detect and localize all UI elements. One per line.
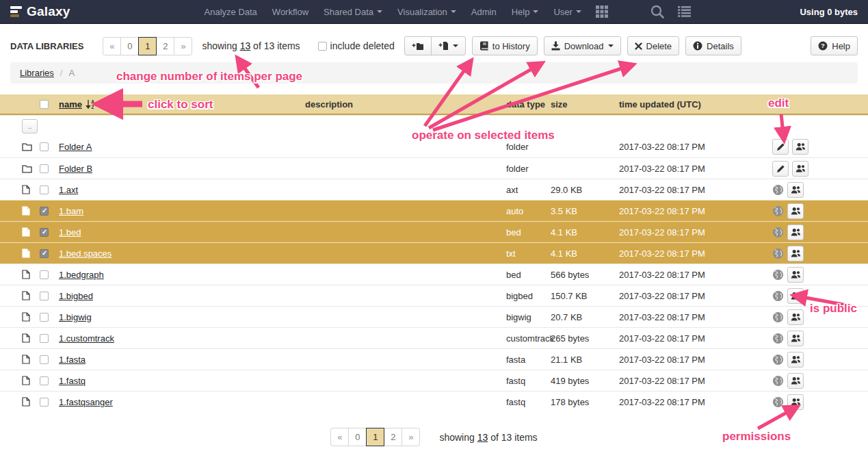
details-button[interactable]: Details [685,36,741,55]
size-cell: 20.7 KB [551,312,619,322]
svg-text:A: A [91,99,94,104]
edit-button[interactable] [772,161,789,177]
sort-alpha-down-icon: AZ [86,99,96,110]
page-next-button[interactable]: » [174,37,192,55]
help-button[interactable]: ? Help [811,36,858,55]
page-0-button[interactable]: 0 [348,428,367,446]
item-name-link[interactable]: 1.fastqsanger [59,397,113,407]
galaxy-logo-icon [10,6,22,17]
to-history-button[interactable]: to History [472,36,538,55]
permissions-button[interactable] [787,352,804,368]
permissions-button[interactable] [792,161,808,177]
folder-icon [22,142,32,151]
menu-workflow[interactable]: Workflow [265,0,316,24]
usage-indicator[interactable]: Using 0 bytes [800,7,858,17]
row-checkbox[interactable] [40,355,49,364]
up-one-level-button[interactable]: .. [22,119,38,133]
table-row: 1.bigwig bigwig 20.7 KB 2017-03-22 08:17… [0,306,868,327]
row-checkbox[interactable] [40,207,49,216]
include-deleted-toggle[interactable]: include deleted [318,40,395,51]
row-checkbox[interactable] [40,376,49,385]
scratchbook-list-icon[interactable] [671,5,698,18]
row-checkbox[interactable] [40,313,49,322]
page-2-button[interactable]: 2 [156,37,174,55]
size-cell: 419 bytes [551,376,619,386]
item-name-link[interactable]: 1.fasta [59,355,86,365]
item-name-link[interactable]: 1.bed [59,227,81,238]
page-prev-button[interactable]: « [330,428,349,446]
row-checkbox[interactable] [40,164,49,173]
page-2-button[interactable]: 2 [384,428,402,446]
showing-items-text: showing 13 of 13 items [202,40,300,51]
row-checkbox[interactable] [40,142,49,151]
permissions-button[interactable] [787,182,804,198]
breadcrumb-libraries-link[interactable]: Libraries [20,68,54,78]
users-group-icon [791,398,801,407]
menu-visualization[interactable]: Visualization [390,0,464,24]
permissions-button[interactable] [787,224,804,240]
row-checkbox[interactable] [40,249,49,258]
row-checkbox[interactable] [40,334,49,343]
grid-menu-icon[interactable] [589,5,615,18]
item-name-link[interactable]: Folder B [59,164,92,174]
item-name-link[interactable]: 1.bigwig [59,312,92,322]
permissions-button[interactable] [787,331,804,346]
menu-user[interactable]: User [546,0,588,24]
item-name-link[interactable]: 1.bam [59,206,83,216]
item-name-link[interactable]: 1.bed.spaces [59,248,111,259]
page-1-button[interactable]: 1 [138,37,157,55]
breadcrumb-current: A [68,68,75,78]
page-next-button[interactable]: » [402,428,420,446]
item-name-link[interactable]: 1.customtrack [59,333,114,344]
delete-button[interactable]: Delete [627,36,680,55]
item-name-link[interactable]: 1.fastq [59,376,86,386]
menu-admin[interactable]: Admin [464,0,504,24]
add-folder-button[interactable] [404,36,432,55]
permissions-button[interactable] [787,203,804,219]
menu-shared-data[interactable]: Shared Data [316,0,390,24]
edit-button[interactable] [772,139,789,155]
item-name-link[interactable]: 1.bedgraph [59,270,104,280]
item-name-link[interactable]: Folder A [59,142,92,152]
data-type-cell: fasta [506,355,551,365]
item-name-link[interactable]: 1.axt [59,185,78,195]
item-name-link[interactable]: 1.bigbed [59,291,93,301]
chevron-down-icon [608,44,614,47]
page-0-button[interactable]: 0 [120,37,139,55]
row-checkbox[interactable] [40,228,49,237]
row-checkbox[interactable] [40,398,49,407]
items-per-page-link[interactable]: 13 [240,40,251,51]
table-row: 1.bam auto 3.5 KB 2017-03-22 08:17 PM [0,200,868,221]
permissions-button[interactable] [787,246,804,261]
permissions-button[interactable] [792,139,808,155]
page-prev-button[interactable]: « [103,37,121,55]
search-icon[interactable] [644,4,671,19]
page-title: DATA LIBRARIES [10,41,83,51]
menu-analyze-data[interactable]: Analyze Data [197,0,265,24]
svg-text:?: ? [821,42,825,49]
is-public-globe-icon [772,205,784,217]
permissions-button[interactable] [787,288,804,304]
masthead-menu: Analyze Data Workflow Shared Data Visual… [197,0,589,24]
download-button[interactable]: Download [544,36,621,55]
include-deleted-checkbox[interactable] [318,42,327,51]
row-checkbox[interactable] [40,270,49,279]
users-group-icon [791,207,801,216]
select-all-checkbox[interactable] [40,100,49,109]
galaxy-brand[interactable]: Galaxy [10,4,70,19]
row-checkbox[interactable] [40,185,49,194]
permissions-button[interactable] [787,373,804,389]
page-1-button[interactable]: 1 [366,428,384,446]
row-checkbox[interactable] [40,292,49,300]
folder-icon [22,164,32,173]
time-updated-cell: 2017-03-22 08:17 PM [619,397,756,407]
menu-help[interactable]: Help [504,0,547,24]
add-datasets-button[interactable] [431,36,466,55]
permissions-button[interactable] [787,267,804,283]
top-pagination: « 0 1 2 » [103,37,192,55]
permissions-button[interactable] [787,394,804,410]
permissions-button[interactable] [787,309,804,325]
sort-by-name-link[interactable]: name AZ [59,99,96,110]
items-per-page-link[interactable]: 13 [477,432,488,443]
time-updated-cell: 2017-03-22 08:17 PM [619,206,756,216]
